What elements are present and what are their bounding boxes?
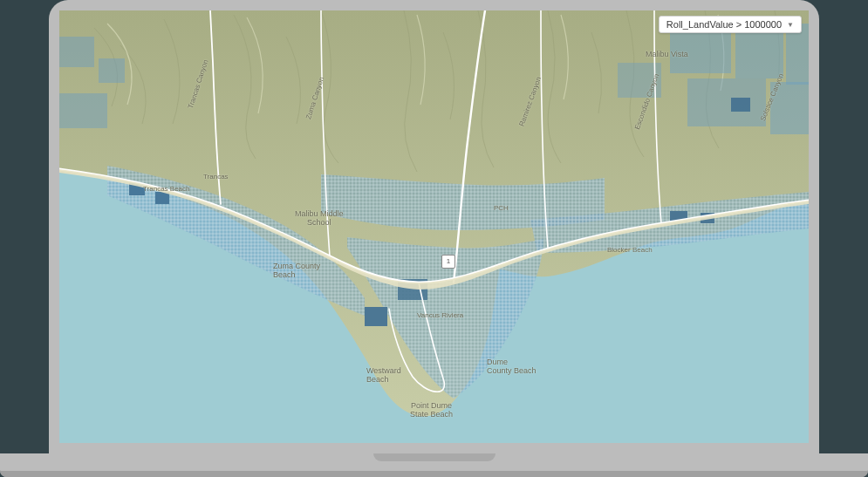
svg-rect-10 (365, 307, 387, 326)
svg-rect-5 (770, 82, 809, 134)
laptop-base (0, 453, 868, 477)
svg-rect-1 (670, 30, 731, 73)
svg-rect-4 (687, 78, 766, 126)
svg-rect-16 (731, 98, 750, 112)
land-layer (59, 10, 809, 443)
filter-expression-text: Roll_LandValue > 1000000 (666, 19, 782, 30)
svg-rect-8 (99, 58, 125, 83)
chevron-down-icon: ▼ (787, 21, 794, 29)
filter-expression-pill[interactable]: Roll_LandValue > 1000000 ▼ (659, 16, 802, 33)
svg-rect-7 (59, 37, 94, 67)
laptop-mock: Malibu Vista Malibu MiddleSchool Zuma Co… (49, 0, 819, 477)
svg-rect-13 (155, 192, 169, 204)
svg-rect-2 (735, 26, 783, 78)
svg-rect-9 (59, 93, 107, 128)
laptop-bezel: Malibu Vista Malibu MiddleSchool Zuma Co… (49, 0, 819, 453)
map-viewport[interactable]: Malibu Vista Malibu MiddleSchool Zuma Co… (59, 10, 809, 443)
